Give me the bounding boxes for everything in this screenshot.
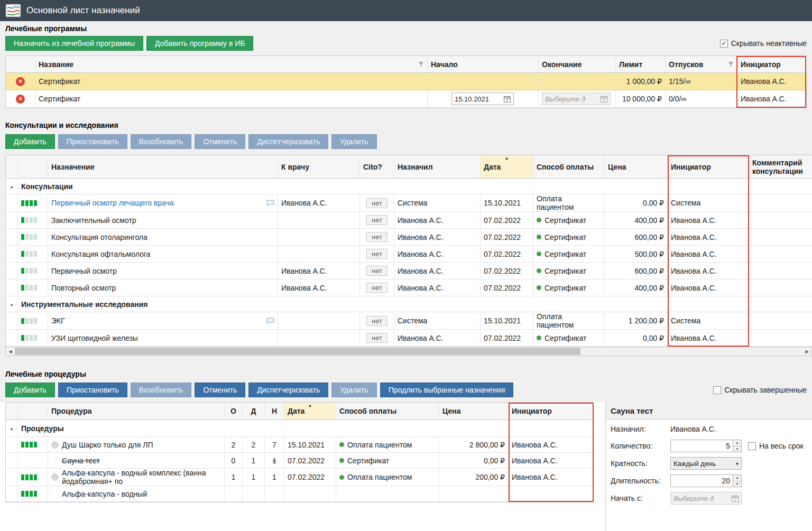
start-date-value: 15.10.2021 [455,95,501,103]
cell-payment: Сертификат [533,212,605,228]
cancel-button[interactable]: Отменить [195,134,245,149]
col-header-date[interactable]: ▲ Дата [284,403,336,420]
cell-n: 1 [265,453,284,468]
hide-finished-checkbox[interactable]: Скрывать завершенные [713,386,807,394]
filter-icon[interactable] [418,61,424,67]
consultation-row[interactable]: ЭКГ нет Система 15.10.2021 Оплата пациен… [6,312,812,330]
col-header-payment[interactable]: Способ оплаты [533,155,605,178]
collapse-icon[interactable]: ▴ [6,179,18,194]
col-header-start[interactable]: Начало [428,56,539,72]
end-date-input[interactable]: Выберите д [542,92,611,105]
extend-selected-button[interactable]: Продлить выбранные назначения [380,383,514,397]
procedure-row[interactable]: Сауна тест 0 1 1 07.02.2022 Сертификат 0… [6,453,593,469]
procedure-row[interactable]: Альфа-капсула - водный [6,486,593,502]
col-header-doctor[interactable]: К врачу [278,155,360,178]
spin-down-icon[interactable]: ▼ [733,481,741,487]
col-header-end[interactable]: Окончание [539,56,616,72]
col-header-cito[interactable]: Cito? [360,155,394,178]
consultation-row[interactable]: Первичный осмотр лечащего врача Иванова … [6,194,812,212]
procedure-row[interactable]: Альфа-капсула - водный комплекс (ванна й… [6,469,593,486]
appointment-link[interactable]: Первичный осмотр лечащего врача [51,199,174,207]
start-date-input[interactable]: 15.10.2021 [451,92,514,105]
comment-icon[interactable] [266,318,274,324]
group-row-consultations[interactable]: ▴ Консультации [6,179,812,194]
pause-button[interactable]: Приостановить [58,134,127,149]
scrollbar-thumb[interactable] [15,348,580,355]
quantity-stepper[interactable]: 5 ▲▼ [670,440,742,452]
cell-cito: нет [360,312,394,329]
add-button[interactable]: Добавить [5,134,55,149]
resume-button[interactable]: Возобновить [131,383,192,397]
consultation-row[interactable]: Консультация отоларингола нет Иванова А.… [6,229,812,246]
detail-panel: Сауна тест Назначил: Иванова А.С. Количе… [605,402,812,531]
col-header-name[interactable]: Название [35,56,428,72]
payment-status-icon [537,336,541,340]
col-header-n[interactable]: Н [265,403,284,420]
comment-icon[interactable] [266,200,274,207]
collapse-icon[interactable]: ▴ [6,420,18,436]
col-header-initiator[interactable]: Инициатор [737,56,807,72]
col-header-payment[interactable]: Способ оплаты [336,403,439,420]
dispatch-button[interactable]: Диспетчеризовать [248,134,328,149]
col-header-procedure[interactable]: Процедура [48,403,225,420]
col-header-status [18,155,48,178]
delete-icon[interactable]: × [16,95,25,104]
col-header-price[interactable]: Цена [439,403,509,420]
scroll-right-icon[interactable]: ▶ [802,347,811,356]
collapse-icon[interactable]: ▴ [6,296,18,312]
col-header-dispensed[interactable]: Отпусков [666,56,737,72]
group-row-instrumental[interactable]: ▴ Инструментальные исследования [6,296,812,312]
scroll-left-icon[interactable]: ◀ [6,347,15,356]
procedure-label: Душ Шарко только для ЛП [62,441,153,449]
consultation-row[interactable]: Заключительный осмотр нет Иванова А.С. 0… [6,212,812,229]
col-header-date[interactable]: ▲ Дата [481,155,533,178]
col-header-d[interactable]: Д [243,403,265,420]
cell-date: 07.02.2022 [481,280,533,296]
col-header-price[interactable]: Цена [605,155,668,178]
col-header-initiator[interactable]: Инициатор [509,403,594,420]
group-row-procedures[interactable]: ▴ Процедуры [6,420,593,437]
full-period-checkbox[interactable]: На весь срок [748,442,804,450]
quantity-value[interactable]: 5 [671,440,733,452]
col-header-assigned-by[interactable]: Назначил [394,155,481,178]
delete-button[interactable]: Удалить [331,383,376,397]
procedures-toolbar: Добавить Приостановить Возобновить Отмен… [5,383,807,397]
cell-status [18,469,48,486]
payment-status-icon [537,235,541,239]
cell-delete: × [6,73,35,90]
resume-button[interactable]: Возобновить [131,134,192,149]
section-procedures: Лечебные процедуры Добавить Приостановит… [0,356,812,397]
delete-icon[interactable]: × [16,77,25,86]
col-header-initiator[interactable]: Инициатор [668,155,749,178]
spin-up-icon[interactable]: ▲ [733,440,741,446]
consultation-row[interactable]: Консультация офтальмолога нет Иванова А.… [6,246,812,263]
start-from-date-input[interactable]: Выберите д [670,492,742,505]
program-row[interactable]: × Сертификат 15.10.2021 Выберите д 10 00… [6,90,806,108]
scrollbar-track[interactable] [15,347,802,356]
filter-icon[interactable] [728,61,734,67]
consultation-row[interactable]: Первичный осмотр Иванова А.С. нет Иванов… [6,263,812,280]
procedure-row[interactable]: Душ Шарко только для ЛП 2 2 7 15.10.2021… [6,437,593,453]
frequency-select[interactable]: Каждый день ▾ [670,457,742,470]
spin-up-icon[interactable]: ▲ [733,475,741,481]
duration-stepper[interactable]: 20 ▲▼ [670,474,742,487]
consultation-row[interactable]: УЗИ щитовидной железы нет Иванова А.С. 0… [6,330,812,347]
cancel-button[interactable]: Отменить [195,383,245,397]
col-header-limit[interactable]: Лимит [616,56,666,72]
col-header-appointment[interactable]: Назначение [48,155,278,178]
assign-from-program-button[interactable]: Назначить из лечебной программы [5,36,143,51]
duration-value[interactable]: 20 [671,475,733,487]
col-header-o[interactable]: О [225,403,243,420]
cell-initiator [509,486,594,501]
col-header-comment[interactable]: Комментарий консультации [749,155,812,178]
horizontal-scrollbar[interactable]: ◀ ▶ [5,347,812,356]
spin-down-icon[interactable]: ▼ [733,446,741,452]
pause-button[interactable]: Приостановить [58,383,127,397]
delete-button[interactable]: Удалить [331,134,376,149]
program-row[interactable]: × Сертификат 1 000,00 ₽ 1/15/∞ Иванова А… [6,73,806,90]
dispatch-button[interactable]: Диспетчеризовать [248,383,328,397]
add-button[interactable]: Добавить [5,383,55,397]
consultation-row[interactable]: Повторный осмотр Иванова А.С. нет Иванов… [6,280,812,296]
add-program-to-history-button[interactable]: Добавить программу в ИБ [146,36,253,51]
hide-inactive-checkbox[interactable]: ✓ Скрывать неактивные [720,39,807,48]
